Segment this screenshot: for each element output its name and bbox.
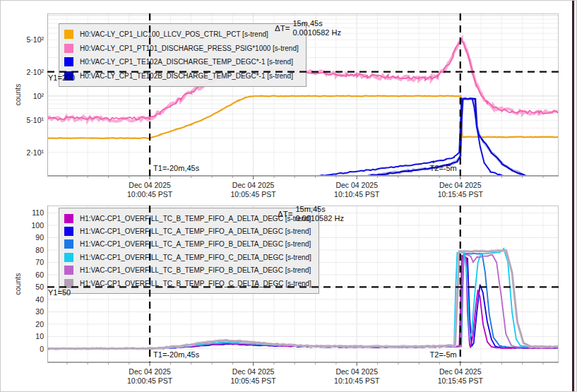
legend-label: H0:VAC-LY_CP1_TE102A_DISCHARGE_TEMP_DEGC… [80,58,293,66]
legend-row[interactable]: H1:VAC-CP1_OVERFILL_TC_A_TEMP_FIFO_A_DEL… [64,225,311,237]
x-tick-time: 10:00:45 PST [111,376,189,386]
x-tick-date: Dec 04 2025 [422,181,499,190]
cursor-t1-label: T1=-20m,45s [153,164,199,172]
delta-t-prefix: ΔT= [275,24,290,32]
legend-label: H1:VAC-CP1_OVERFILL_TC_A_TEMP_FIFO_A_DEL… [80,227,311,235]
x-tick-label: Dec 04 202510:15:45 PST [422,367,499,385]
y-tick-label: 10² [13,92,44,100]
x-tick-date: Dec 04 2025 [111,367,189,376]
legend-swatch-icon [64,214,73,223]
legend-swatch-icon [64,266,73,275]
y-tick-label: 40 [13,295,44,304]
x-tick-label: Dec 04 202510:00:45 PST [111,367,189,385]
legend-row[interactable]: H0:VAC-LY_CP1_TE102B_DISCHARGE_TEMP_DEGC… [64,69,299,83]
legend-swatch-icon [64,57,73,66]
delta-t-values: 15m,45s0.0010582 Hz [295,205,344,223]
y-tick-label: 5·10¹ [13,116,44,124]
x-tick-time: 10:10:45 PST [318,190,395,199]
legend-label: H1:VAC-CP1_OVERFILL_TC_B_TEMP_FIFO_C_DEL… [80,280,311,287]
cursor-t2-label: T2=-5m [397,350,457,359]
legend-swatch-icon [64,279,73,288]
y-tick-label: 2·10¹ [13,148,44,157]
trend-viewer-window: counts counts H0:VAC-LY_CP1_LIC100_LLCV_… [0,0,577,392]
legend-swatch-icon [64,227,73,236]
x-tick-time: 10:00:45 PST [111,190,189,199]
x-tick-time: 10:15:45 PST [422,190,499,199]
y-tick-label: 2·10² [13,68,44,76]
legend-label: H1:VAC-CP1_OVERFILL_TC_A_TEMP_FIFO_B_DEL… [80,240,311,248]
x-tick-date: Dec 04 2025 [422,367,499,376]
x-tick-time: 10:05:45 PST [215,376,292,386]
legend-swatch-icon [64,30,73,39]
x-tick-label: Dec 04 202510:10:45 PST [318,367,395,385]
x-tick-date: Dec 04 2025 [111,181,189,190]
legend-label: H1:VAC-CP1_OVERFILL_TC_A_TEMP_FIFO_C_DEL… [80,254,311,261]
legend-label: H0:VAC-LY_CP1_PT101_DISCHARGE_PRESS_PSIG… [80,44,299,52]
x-tick-label: Dec 04 202510:05:45 PST [215,367,292,385]
legend-swatch-icon [64,253,73,262]
x-tick-date: Dec 04 2025 [318,181,395,190]
y-tick-label: 5·10² [13,35,44,44]
x-tick-label: Dec 04 202510:10:45 PST [318,181,395,198]
legend-row[interactable]: H1:VAC-CP1_OVERFILL_TC_B_TEMP_FIFO_C_DEL… [64,277,311,290]
window-right-margin [574,1,577,392]
y-tick-label: 70 [13,258,44,266]
legend-row[interactable]: H0:VAC-LY_CP1_PT101_DISCHARGE_PRESS_PSIG… [64,42,299,56]
legend-label: H1:VAC-CP1_OVERFILL_TC_B_TEMP_FIFO_A_DEL… [80,215,311,222]
y-tick-label: 50 [13,283,44,291]
x-tick-time: 10:15:45 PST [422,376,499,386]
x-tick-date: Dec 04 2025 [215,367,292,376]
legend-row[interactable]: H0:VAC-LY_CP1_TE102A_DISCHARGE_TEMP_DEGC… [64,55,299,69]
x-tick-label: Dec 04 202510:00:45 PST [111,181,189,198]
legend: H0:VAC-LY_CP1_LIC100_LLCV_POS_CTRL_PCT [… [59,23,307,87]
delta-t-values: 15m,45s0.0010582 Hz [292,19,341,37]
y-tick-label: 10 [13,332,44,340]
x-tick-date: Dec 04 2025 [215,181,292,190]
cursor-y1-label: Y1=200 [48,73,75,82]
legend-row[interactable]: H1:VAC-CP1_OVERFILL_TC_A_TEMP_FIFO_B_DEL… [64,238,311,251]
legend-row[interactable]: H1:VAC-CP1_OVERFILL_TC_B_TEMP_FIFO_B_DEL… [64,264,311,277]
legend-swatch-icon [64,239,73,249]
cursor-t2-label: T2=-5m [397,164,457,172]
legend-label: H0:VAC-LY_CP1_TE102B_DISCHARGE_TEMP_DEGC… [80,72,293,80]
delta-t-prefix: ΔT= [278,210,292,218]
y-tick-label: 80 [13,246,44,254]
y-tick-label: 100 [13,221,44,230]
cursor-y1-label: Y1=50 [48,288,71,297]
y-tick-label: 110 [13,208,44,217]
x-tick-label: Dec 04 202510:15:45 PST [422,181,499,198]
x-tick-label: Dec 04 202510:05:45 PST [215,181,292,198]
legend-swatch-icon [64,44,73,53]
delta-t-annotation: ΔT=15m,45s0.0010582 Hz [278,205,344,223]
y-tick-label: 30 [13,307,44,316]
legend-row[interactable]: H0:VAC-LY_CP1_LIC100_LLCV_POS_CTRL_PCT [… [64,28,299,42]
y-tick-label: 60 [13,271,44,279]
y-tick-label: 20 [13,320,44,328]
x-tick-time: 10:10:45 PST [318,376,395,386]
y-tick-label: 90 [13,233,44,242]
legend-label: H1:VAC-CP1_OVERFILL_TC_B_TEMP_FIFO_B_DEL… [80,266,311,274]
cursor-t1-label: T1=-20m,45s [153,350,199,359]
y-tick-label: 0 [13,345,44,353]
legend-label: H0:VAC-LY_CP1_LIC100_LLCV_POS_CTRL_PCT [… [80,30,268,38]
x-tick-time: 10:05:45 PST [215,190,292,199]
delta-t-annotation: ΔT=15m,45s0.0010582 Hz [275,19,341,37]
legend-row[interactable]: H1:VAC-CP1_OVERFILL_TC_A_TEMP_FIFO_C_DEL… [64,251,311,263]
x-tick-date: Dec 04 2025 [318,367,395,376]
legend-row[interactable]: H1:VAC-CP1_OVERFILL_TC_B_TEMP_FIFO_A_DEL… [64,212,311,225]
